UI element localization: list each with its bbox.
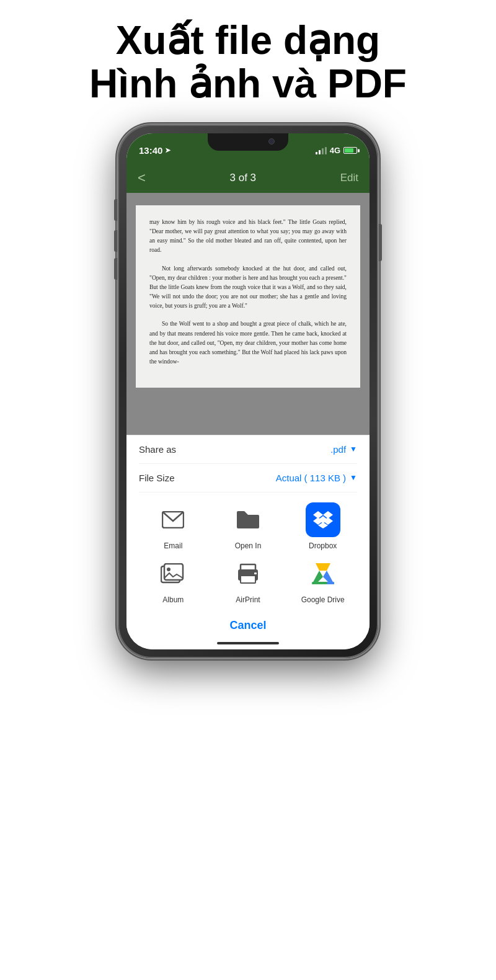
document-page: may know him by his rough voice and his … xyxy=(136,205,360,388)
svg-marker-17 xyxy=(316,563,330,571)
phone-screen: 13:40 ➤ 4G xyxy=(126,133,370,649)
action-open-in[interactable]: Open In xyxy=(214,502,283,550)
phone-frame: 13:40 ➤ 4G xyxy=(118,125,378,658)
share-panel: Share as .pdf ▼ File Size Actual ( 113 K… xyxy=(126,435,370,649)
notch xyxy=(208,133,288,151)
email-icon xyxy=(162,511,184,528)
album-label: Album xyxy=(162,595,184,604)
doc-paragraph-3: So the Wolf went to a shop and bought a … xyxy=(149,319,347,367)
svg-rect-8 xyxy=(164,564,183,580)
doc-paragraph-2: Not long afterwards somebody knocked at … xyxy=(149,264,347,311)
action-email[interactable]: Email xyxy=(139,502,208,550)
battery-icon xyxy=(343,147,357,154)
airprint-label: AirPrint xyxy=(236,595,260,604)
file-size-row: File Size Actual ( 113 KB ) ▼ xyxy=(139,464,357,492)
svg-rect-19 xyxy=(327,582,334,584)
status-right: 4G xyxy=(316,146,357,155)
camera-icon xyxy=(268,138,275,145)
dropbox-icon-wrap xyxy=(306,502,340,537)
dropdown-arrow-size-icon: ▼ xyxy=(350,473,357,482)
action-dropbox[interactable]: Dropbox xyxy=(288,502,357,550)
action-album[interactable]: Album xyxy=(139,556,208,604)
svg-rect-13 xyxy=(254,572,257,574)
google-drive-label: Google Drive xyxy=(301,595,345,604)
open-in-label: Open In xyxy=(235,541,262,550)
share-as-label: Share as xyxy=(139,444,176,455)
file-size-label: File Size xyxy=(139,473,175,483)
email-icon-wrap xyxy=(156,502,190,537)
folder-icon-wrap xyxy=(231,502,265,537)
print-icon xyxy=(236,563,260,584)
folder-icon xyxy=(236,510,260,530)
page-title: Xuất file dạng Hình ảnh và PDF xyxy=(52,0,444,118)
actions-grid: Email Open In xyxy=(139,502,357,604)
action-google-drive[interactable]: Google Drive xyxy=(288,556,357,604)
album-icon-wrap xyxy=(156,556,190,591)
status-time: 13:40 ➤ xyxy=(139,145,170,156)
album-icon xyxy=(161,563,185,584)
back-button[interactable]: < xyxy=(138,170,146,186)
print-icon-wrap xyxy=(231,556,265,591)
gdrive-icon-wrap xyxy=(306,556,340,591)
email-label: Email xyxy=(164,541,182,550)
action-airprint[interactable]: AirPrint xyxy=(214,556,283,604)
cancel-button[interactable]: Cancel xyxy=(139,614,357,637)
doc-paragraph-1: may know him by his rough voice and his … xyxy=(149,218,347,256)
svg-point-9 xyxy=(167,568,170,571)
share-as-dropdown[interactable]: .pdf ▼ xyxy=(330,444,357,455)
dropbox-icon xyxy=(312,510,334,530)
dropbox-label: Dropbox xyxy=(309,541,337,550)
edit-button[interactable]: Edit xyxy=(340,172,358,184)
nav-title: 3 of 3 xyxy=(230,172,257,184)
dropdown-arrow-icon: ▼ xyxy=(350,445,357,453)
signal-icon xyxy=(316,147,327,154)
svg-rect-12 xyxy=(241,576,255,583)
share-as-row: Share as .pdf ▼ xyxy=(139,435,357,464)
home-indicator xyxy=(217,642,279,644)
google-drive-icon xyxy=(309,562,337,586)
file-size-dropdown[interactable]: Actual ( 113 KB ) ▼ xyxy=(276,473,357,483)
nav-bar: < 3 of 3 Edit xyxy=(126,163,370,193)
